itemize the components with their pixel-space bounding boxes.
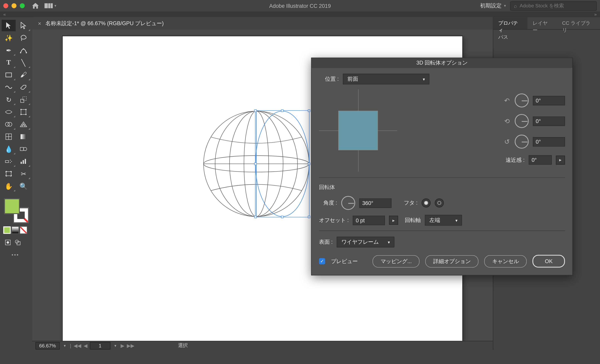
offset-more-button[interactable]: ▸	[389, 216, 398, 225]
eraser-tool[interactable]	[16, 82, 30, 93]
width-tool[interactable]	[2, 106, 16, 118]
properties-section-title: パス	[498, 34, 595, 41]
zoom-tool[interactable]: 🔍	[16, 180, 30, 192]
cancel-button[interactable]: キャンセル	[484, 255, 527, 267]
symbol-sprayer-tool[interactable]	[2, 156, 16, 167]
rotate-tool[interactable]: ↻	[2, 94, 16, 106]
draw-normal-button[interactable]	[3, 238, 12, 247]
pen-tool[interactable]: ✒	[2, 45, 16, 56]
maximize-window-button[interactable]	[20, 3, 25, 8]
rotate-x-field[interactable]: 0°	[533, 96, 565, 105]
line-tool[interactable]: ╲	[16, 57, 30, 68]
svg-rect-24	[6, 172, 11, 176]
axis-value: 左端	[429, 217, 440, 224]
position-value: 前面	[347, 75, 358, 83]
close-window-button[interactable]	[3, 3, 8, 8]
tab-properties[interactable]: プロパティ	[493, 17, 528, 29]
fill-stroke-wells[interactable]	[4, 198, 29, 223]
perspective-field[interactable]: 0°	[529, 155, 552, 165]
chevron-down-icon: ▾	[423, 77, 425, 81]
app-title: Adobe Illustrator CC 2019	[269, 3, 331, 9]
gradient-tool[interactable]	[16, 131, 30, 142]
paintbrush-tool[interactable]: 🖌	[16, 69, 30, 81]
axis-select[interactable]: 左端 ▾	[425, 215, 462, 226]
revolve-section-title: 回転体	[319, 184, 565, 191]
mesh-tool[interactable]	[2, 131, 16, 142]
arrange-documents-button[interactable]: ▾	[45, 3, 56, 8]
direct-selection-tool[interactable]	[16, 20, 30, 31]
angle-dial[interactable]	[341, 196, 355, 210]
rotate-y-dial[interactable]	[515, 114, 529, 128]
minimize-window-button[interactable]	[12, 3, 17, 8]
prev-artboard-button[interactable]: ◀◀	[74, 343, 81, 348]
rotate-x-icon: ↶	[503, 97, 511, 104]
perspective-more-button[interactable]: ▸	[556, 155, 565, 164]
scale-tool[interactable]	[16, 94, 30, 106]
map-art-button[interactable]: マッピング...	[373, 255, 420, 267]
preview-checkbox[interactable]: ✓	[319, 258, 325, 264]
column-graph-tool[interactable]	[16, 156, 30, 167]
offset-label: オフセット :	[319, 217, 349, 224]
tab-libraries[interactable]: CC ライブラリ	[557, 17, 600, 29]
surface-label: 表面 :	[319, 238, 333, 246]
close-tab-icon[interactable]: ×	[38, 20, 41, 27]
curvature-tool[interactable]	[16, 45, 30, 56]
svg-rect-4	[21, 99, 24, 102]
svg-rect-17	[5, 161, 9, 163]
blend-tool[interactable]	[16, 143, 30, 155]
offset-field[interactable]: 0 pt	[353, 216, 385, 225]
selection-tool[interactable]	[2, 20, 16, 31]
lasso-tool[interactable]	[16, 32, 30, 44]
type-tool[interactable]: T	[2, 57, 16, 68]
perspective-grid-tool[interactable]	[16, 118, 30, 130]
color-mode-button[interactable]	[3, 226, 11, 234]
rectangle-tool[interactable]	[2, 69, 16, 81]
prev-button[interactable]: ◀	[84, 343, 87, 348]
draw-behind-button[interactable]	[13, 238, 22, 247]
surface-select[interactable]: ワイヤフレーム ▾	[337, 237, 394, 247]
shaper-tool[interactable]	[2, 82, 16, 93]
free-transform-tool[interactable]	[16, 106, 30, 118]
rotation-preview-cube[interactable]	[319, 89, 397, 172]
rotate-x-dial[interactable]	[515, 93, 529, 108]
artboard-menu-icon[interactable]: ▾	[113, 343, 118, 348]
rotate-y-field[interactable]: 0°	[533, 116, 565, 126]
workspace-switcher[interactable]: 初期設定 ▾	[480, 2, 506, 9]
document-tab[interactable]: × 名称未設定-1* @ 66.67% (RGB/GPU プレビュー)	[32, 17, 493, 30]
collapse-right-icon[interactable]: »	[594, 12, 597, 17]
chevron-down-icon: ▾	[455, 218, 457, 223]
cap-off-button[interactable]	[435, 198, 444, 207]
search-input[interactable]: ⌕ Adobe Stock を検索	[510, 1, 597, 10]
titlebar: ▾ Adobe Illustrator CC 2019 初期設定 ▾ ⌕ Ado…	[0, 0, 600, 12]
artboard-tool[interactable]	[2, 168, 16, 180]
home-icon[interactable]	[32, 3, 39, 9]
gradient-mode-button[interactable]	[12, 226, 19, 234]
magic-wand-tool[interactable]: ✨	[2, 32, 16, 44]
collapse-left-icon[interactable]: «	[3, 12, 6, 17]
angle-field[interactable]: 360°	[359, 198, 392, 208]
rotate-z-dial[interactable]	[515, 135, 529, 149]
tab-layers[interactable]: レイヤー	[528, 17, 557, 29]
eyedropper-tool[interactable]: 💧	[2, 143, 16, 155]
artboard-number[interactable]: 1	[90, 342, 110, 349]
none-mode-button[interactable]	[20, 226, 27, 234]
edit-toolbar-button[interactable]: •••	[12, 252, 31, 258]
fill-swatch[interactable]	[4, 198, 20, 214]
axis-label: 回転軸	[405, 217, 421, 224]
shape-builder-tool[interactable]	[2, 118, 16, 130]
svg-rect-3	[6, 73, 12, 77]
more-options-button[interactable]: 詳細オプション	[425, 255, 478, 267]
ok-button[interactable]: OK	[533, 255, 565, 267]
zoom-field[interactable]: 66.67%	[35, 342, 60, 349]
position-select[interactable]: 前面 ▾	[343, 74, 429, 84]
svg-point-1	[26, 52, 27, 53]
svg-point-16	[23, 147, 27, 151]
next-artboard-button[interactable]: ▶▶	[127, 343, 134, 348]
zoom-menu-icon[interactable]: ▾	[62, 343, 68, 348]
cap-on-button[interactable]	[422, 198, 431, 207]
svg-rect-5	[23, 97, 26, 100]
next-button[interactable]: ▶	[121, 343, 124, 348]
slice-tool[interactable]: ✂	[16, 168, 30, 180]
hand-tool[interactable]: ✋	[2, 180, 16, 192]
rotate-z-field[interactable]: 0°	[533, 137, 565, 146]
